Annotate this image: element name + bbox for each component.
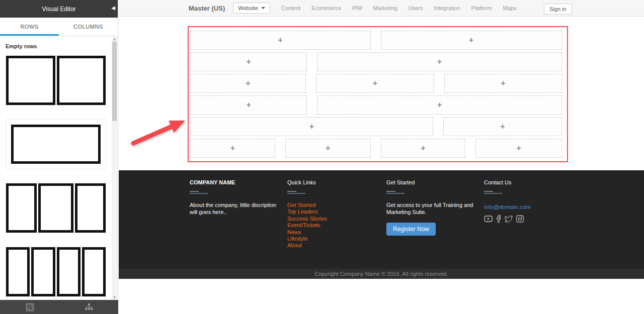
- add-widget-icon[interactable]: +: [469, 36, 473, 44]
- add-widget-icon[interactable]: +: [230, 144, 235, 152]
- visual-editor-sidebar: Visual Editor ◀ ROWS COLUMNS Empty rows …: [0, 0, 118, 314]
- thumbnail-list: [6, 55, 112, 297]
- chevron-down-icon: [261, 7, 265, 9]
- tab-columns[interactable]: COLUMNS: [59, 18, 118, 36]
- sidebar-scrollbar[interactable]: ▲ ▼: [112, 37, 117, 300]
- add-widget-icon[interactable]: +: [501, 79, 505, 87]
- page-footer: COMPANY NAME About the company, little d…: [119, 170, 644, 269]
- add-widget-icon[interactable]: +: [373, 79, 377, 87]
- sidebar-content: Empty rows: [0, 37, 112, 300]
- nav-item-ecommerce[interactable]: Ecommerce: [311, 5, 341, 11]
- twitter-icon[interactable]: [505, 216, 513, 223]
- add-widget-icon[interactable]: +: [246, 79, 250, 87]
- add-widget-icon[interactable]: +: [500, 123, 505, 131]
- empty-row-cell[interactable]: +: [475, 139, 562, 158]
- empty-row: ++: [190, 52, 562, 71]
- add-widget-icon[interactable]: +: [326, 144, 330, 152]
- sidebar-bottom-bar: [0, 300, 118, 314]
- empty-row: ++: [190, 95, 562, 115]
- layout-cell: [6, 56, 55, 105]
- heading-divider: [386, 191, 482, 194]
- footer-link-success-stories[interactable]: Success Stories: [287, 216, 373, 222]
- nav-item-maps[interactable]: Maps: [503, 5, 517, 11]
- sign-in-button[interactable]: Sign in: [544, 4, 572, 15]
- add-widget-icon[interactable]: +: [437, 58, 442, 66]
- empty-row-cell[interactable]: +: [443, 117, 562, 136]
- add-widget-icon[interactable]: +: [247, 58, 251, 66]
- footer-quicklinks-column: Quick Links Get StartedTop LeadersSucces…: [287, 179, 373, 249]
- empty-row-cell[interactable]: +: [190, 117, 433, 136]
- heading-divider: [484, 191, 575, 194]
- nav-item-content[interactable]: Content: [281, 5, 301, 11]
- sitemap-icon[interactable]: [85, 303, 93, 310]
- empty-row-cell[interactable]: +: [381, 139, 466, 158]
- instagram-icon[interactable]: [516, 215, 524, 223]
- footer-link-about[interactable]: About: [287, 242, 373, 249]
- layout-cell: [57, 247, 80, 296]
- scrollbar-thumb[interactable]: [112, 42, 117, 121]
- website-dropdown[interactable]: Website: [233, 3, 270, 14]
- collapse-sidebar-icon[interactable]: ◀: [111, 5, 115, 11]
- facebook-icon[interactable]: [496, 215, 501, 223]
- footer-link-event-tickets[interactable]: Event/Tickets: [287, 222, 373, 229]
- empty-row-cell[interactable]: +: [317, 52, 562, 71]
- heading-divider: [190, 191, 283, 194]
- youtube-icon[interactable]: [484, 215, 493, 223]
- empty-row-cell[interactable]: +: [381, 31, 562, 50]
- footer-link-lifestyle[interactable]: Lifestyle: [287, 236, 373, 242]
- editor-canvas: } Master (US) Website ContentEcommercePI…: [118, 0, 644, 314]
- site-label: Master (US): [189, 5, 225, 12]
- footer-link-news[interactable]: News: [287, 229, 373, 236]
- empty-row-cell[interactable]: +: [316, 74, 434, 93]
- add-widget-icon[interactable]: +: [516, 144, 521, 152]
- nav-item-integration[interactable]: Integration: [434, 5, 460, 11]
- row-layout-three-columns[interactable]: [6, 183, 106, 233]
- add-widget-icon[interactable]: +: [309, 123, 314, 131]
- site-top-nav: Master (US) Website ContentEcommercePIMM…: [118, 0, 644, 17]
- empty-row: ++++: [190, 139, 562, 158]
- empty-row-cell[interactable]: +: [190, 139, 275, 158]
- empty-row-cell[interactable]: +: [190, 95, 307, 115]
- nav-item-pim[interactable]: PIM: [352, 5, 362, 11]
- search-icon[interactable]: [26, 303, 34, 311]
- empty-row-cell[interactable]: +: [190, 52, 307, 71]
- empty-row: ++: [190, 31, 562, 50]
- empty-row: +++: [190, 74, 562, 93]
- layout-cell: [6, 247, 30, 296]
- add-widget-icon[interactable]: +: [247, 101, 251, 109]
- footer-getstarted-column: Get Started Get access to your full Trai…: [386, 179, 482, 236]
- add-widget-icon[interactable]: +: [421, 144, 425, 152]
- footer-heading: COMPANY NAME: [190, 179, 283, 185]
- contact-email-link[interactable]: info@domain.com: [484, 204, 531, 210]
- add-widget-icon[interactable]: +: [437, 101, 442, 109]
- empty-row-cell[interactable]: +: [317, 95, 562, 115]
- footer-heading: Quick Links: [287, 179, 373, 185]
- row-layout-four-columns[interactable]: [6, 247, 106, 297]
- register-now-button[interactable]: Register Now: [386, 223, 436, 236]
- nav-item-marketing[interactable]: Marketing: [373, 5, 397, 11]
- footer-link-get-started[interactable]: Get Started: [287, 202, 373, 208]
- heading-divider: [287, 191, 373, 194]
- empty-rows-grid: +++++++++++++++: [190, 31, 562, 158]
- copyright-text: Copyright Company Name © 2016. All right…: [315, 271, 448, 277]
- empty-row-cell[interactable]: +: [190, 74, 306, 93]
- scroll-up-icon[interactable]: ▲: [112, 37, 117, 42]
- tab-rows[interactable]: ROWS: [0, 18, 59, 36]
- empty-row-cell[interactable]: +: [190, 31, 371, 50]
- footer-heading: Contact Us: [484, 179, 575, 185]
- nav-item-platform[interactable]: Platform: [471, 5, 492, 11]
- row-layout-one-column[interactable]: [6, 119, 106, 169]
- scroll-down-icon[interactable]: ▼: [112, 295, 117, 300]
- empty-row: ++: [190, 117, 562, 136]
- footer-contact-column: Contact Us info@domain.com: [484, 179, 575, 223]
- sidebar-header: Visual Editor ◀: [0, 0, 118, 18]
- layout-cell: [11, 125, 101, 164]
- footer-link-top-leaders[interactable]: Top Leaders: [287, 208, 373, 215]
- add-widget-icon[interactable]: +: [278, 36, 283, 44]
- footer-company-column: COMPANY NAME About the company, little d…: [190, 179, 283, 216]
- empty-row-cell[interactable]: +: [285, 139, 371, 158]
- empty-row-cell[interactable]: +: [444, 74, 562, 93]
- getstarted-description: Get access to your full Training and Mar…: [386, 202, 482, 216]
- nav-item-users[interactable]: Users: [409, 5, 423, 11]
- row-layout-two-columns[interactable]: [6, 55, 106, 106]
